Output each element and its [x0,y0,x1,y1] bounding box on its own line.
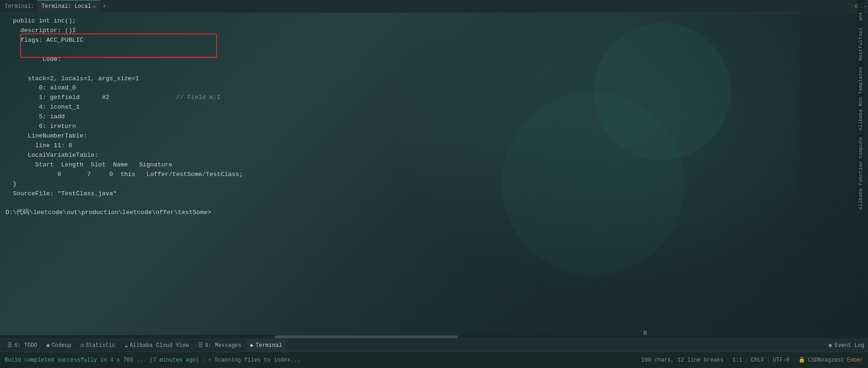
tab-add-button[interactable]: + [102,3,106,10]
toolbar-statistic-label: Statistic [86,342,115,349]
codeup-icon: ◉ [46,342,49,349]
cloud-icon: ☁ [125,342,128,349]
code-line-iadd: 5: iadd [5,112,863,122]
status-sep-5: | [792,357,796,363]
right-sidebar: ant... RestfulTool Alibaba ROS Templates… [853,0,868,302]
toolbar-right: ◉ Event Log [829,342,864,349]
code-line-2: descriptor: ()I [5,26,863,36]
position-info: 1:1 [732,357,743,363]
todo-icon: ☰ [7,342,12,349]
toolbar-codeup-label: Codeup [52,342,71,349]
toolbar-todo[interactable]: ☰ 6: TODO [4,339,41,352]
toolbar-todo-label: 6: TODO [14,342,37,349]
code-line-code: Code: [5,45,863,74]
code-line-prompt: D:\代码\leetcode\out\production\leetcode\o… [5,208,863,218]
toolbar-messages-label: 0: Messages [205,342,241,349]
status-sep-4: | [767,357,770,363]
char-count: 190 chars, 12 line breaks [641,357,723,363]
tab-local-label: Terminal: Local [42,3,91,10]
code-line-iconst: 4: iconst_1 [5,103,863,112]
sidebar-item-fc[interactable]: Alibaba Function Compute [857,134,864,212]
line-ending: CRLF [751,357,765,363]
code-line-lvt: LocalVariableTable: [5,151,863,160]
scanning-status: ⚡ Scanning files to index... [208,357,300,363]
messages-icon: ☰ [198,342,203,349]
code-line-1: public int inc(); [5,16,863,26]
bottom-toolbar: ☰ 6: TODO ◉ Codeup ◷ Statistic ☁ Alibaba… [0,339,868,352]
toolbar-alibaba-cloud[interactable]: ☁ Alibaba Cloud View [121,339,193,352]
encoding: UTF-8 [773,357,790,363]
terminal-container: Terminal: Terminal: Local ✕ + ⚙ — public… [0,0,868,368]
tab-terminal-label: Terminal: [2,3,37,10]
lock-icon: 🔒 [798,357,805,363]
toolbar-terminal-label: Terminal [255,342,282,349]
comment-field: // Field m:I [176,94,221,101]
code-line-sourcefile: SourceFile: "TestClass.java" [5,189,863,199]
scrollbar-area[interactable] [0,335,868,339]
code-line-this: 0 7 0 this Loffer/testSome/TestClass; [5,170,863,180]
code-line-getfield: 1: getfield #2 // Field m:I [5,93,863,103]
tab-local[interactable]: Terminal: Local ✕ [37,0,101,13]
statistic-icon: ◷ [81,342,84,349]
code-line-stack: stack=2, locals=1, args_size=1 [5,74,863,84]
code-line-line11: line 11: 0 [5,141,863,151]
sidebar-item-restfultool[interactable]: RestfulTool [857,25,864,64]
terminal-content[interactable]: public int inc(); descriptor: ()I flags:… [0,13,868,368]
code-line-headers: Start Length Slot Name Signature [5,160,863,170]
sidebar-item-ant[interactable]: ant... [857,0,864,24]
build-status: Build completed successfully in 4 s 765 … [5,357,199,363]
status-sep-3: | [745,357,748,363]
terminal-icon: ▶ [250,342,254,349]
sidebar-item-ros[interactable]: Alibaba ROS Templates [857,64,864,133]
code-line-lnt: LineNumberTable: [5,132,863,141]
status-sep-2: | [727,357,730,363]
toolbar-messages[interactable]: ☰ 0: Messages [195,339,245,352]
event-log-icon: ◉ [829,342,832,349]
branch-info: CSDN#agzmst [808,357,844,363]
status-bar: Build completed successfully in 4 s 765 … [0,352,868,368]
tab-bar: Terminal: Terminal: Local ✕ + ⚙ — [0,0,868,13]
toolbar-codeup[interactable]: ◉ Codeup [43,339,75,352]
pause-button[interactable]: ⏸ [642,330,648,337]
ide-info: Ember [847,357,863,363]
toolbar-cloud-label: Alibaba Cloud View [130,342,189,349]
status-sep-1: | [202,357,205,363]
code-line-ireturn: 6: ireturn [5,122,863,132]
code-line-blank [5,199,863,209]
toolbar-statistic[interactable]: ◷ Statistic [77,339,119,352]
code-line-aload: 0: aload_0 [5,83,863,93]
code-label: Code: [28,56,61,63]
toolbar-terminal[interactable]: ▶ Terminal [247,339,286,352]
scrollbar-thumb[interactable] [275,335,458,338]
event-log-label[interactable]: Event Log [835,342,864,349]
code-line-3: flags: ACC_PUBLIC [5,36,863,45]
tab-close-icon[interactable]: ✕ [93,4,96,10]
code-line-brace: } [5,180,863,189]
